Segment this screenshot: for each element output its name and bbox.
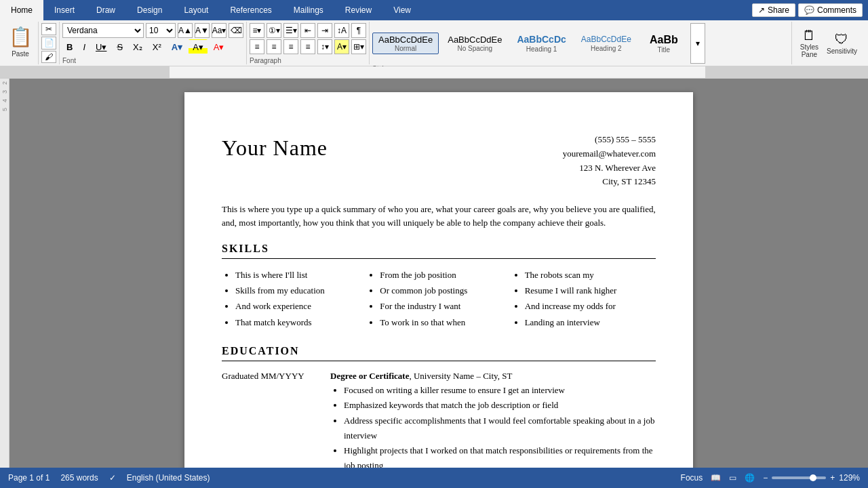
web-layout-icon[interactable]: 🌐 [745,473,755,483]
tab-design[interactable]: Design [126,0,173,20]
paragraph-group-label: Paragraph [250,56,366,64]
skills-col-2: From the job position Or common job post… [366,267,511,331]
align-right-button[interactable]: ≡ [283,39,298,54]
comments-button[interactable]: 💬 Comments [798,3,863,17]
skills-col-1: This is where I'll list Skills from my e… [222,267,366,331]
resume-header: Your Name (555) 555 – 5555 youremail@wha… [222,133,656,189]
paste-icon: 📋 [8,23,33,50]
show-formatting-button[interactable]: ¶ [351,23,366,38]
decrease-font-button[interactable]: A▼ [195,23,210,38]
font-size-select[interactable]: 10 11 12 14 16 [146,23,176,38]
tab-layout[interactable]: Layout [173,0,219,20]
tab-home[interactable]: Home [0,0,43,20]
style-normal-label: Normal [395,45,416,52]
tab-draw[interactable]: Draw [85,0,126,20]
numbering-button[interactable]: ①▾ [267,23,281,38]
ribbon-toolbar: 📋 Paste ✂ 📄 🖌 Verdana Arial Times New Ro… [0,20,868,66]
bullets-button[interactable]: ≡▾ [250,23,264,38]
font-name-select[interactable]: Verdana Arial Times New Roman Calibri [62,23,144,38]
underline-button[interactable]: U▾ [92,39,111,54]
change-case-button[interactable]: Aa▾ [212,23,226,38]
comments-icon: 💬 [804,5,814,15]
ruler [0,66,868,79]
format-painter-button[interactable]: 🖌 [41,51,56,63]
style-no-spacing[interactable]: AaBbCcDdEe No Spacing [441,33,508,55]
sensitivity-icon: 🛡 [835,32,848,47]
bold-button[interactable]: B [62,39,77,54]
language[interactable]: English (United States) [127,473,210,483]
page-info: Page 1 of 1 [8,473,50,483]
share-button[interactable]: ↗ Share [752,3,795,17]
education-right: Degree or Certificate, University Name –… [330,369,656,468]
tab-bar: Home Insert Draw Design Layout Reference… [0,0,868,20]
resume-summary[interactable]: This is where you type up a quick summar… [222,203,656,229]
skill-item: Resume I will rank higher [525,283,656,298]
align-left-button[interactable]: ≡ [250,39,264,54]
tab-insert[interactable]: Insert [43,0,85,20]
justify-button[interactable]: ≡ [300,39,315,54]
highlight-button[interactable]: A▾ [189,39,208,54]
styles-pane-button[interactable]: 🗒 StylesPane [797,26,821,60]
increase-font-button[interactable]: A▲ [178,23,193,38]
align-center-button[interactable]: ≡ [267,39,281,54]
focus-button[interactable]: Focus [681,473,703,483]
skill-item: For the industry I want [380,298,511,314]
style-heading2[interactable]: AaBbCcDdEe Heading 2 [575,33,637,54]
edu-bullet: Focused on writing a killer resume to en… [344,383,656,398]
skills-section-title: SKILLS [222,241,656,258]
resume-name[interactable]: Your Name [222,133,328,163]
style-normal[interactable]: AaBbCcDdEe Normal [372,33,439,55]
multilevel-button[interactable]: ☰▾ [283,23,298,38]
style-no-spacing-label: No Spacing [457,45,492,52]
school-name: , University Name – City, ST [409,371,512,381]
zoom-out-button[interactable]: − [763,473,768,483]
line-spacing-button[interactable]: ↕▾ [317,39,332,54]
tab-mailings[interactable]: Mailings [283,0,334,20]
skill-item: Or common job postings [380,283,511,298]
paragraph-group: ≡▾ ①▾ ☰▾ ⇤ ⇥ ↕A ¶ ≡ ≡ ≡ ≡ ↕▾ A▾ ⊞▾ Parag… [247,22,370,64]
zoom-level[interactable]: 129% [839,473,860,483]
cut-button[interactable]: ✂ [41,23,56,35]
skill-item: To work in so that when [380,314,511,330]
paste-group[interactable]: 📋 Paste [3,22,39,64]
proofing-icon[interactable]: ✓ [109,473,116,483]
borders-button[interactable]: ⊞▾ [351,39,366,54]
skill-item: Skills from my education [235,283,366,298]
edu-bullet: Address specific accomplishments that I … [344,413,656,443]
tab-review[interactable]: Review [334,0,382,20]
sort-button[interactable]: ↕A [334,23,349,38]
style-title[interactable]: AaBb Title [640,31,688,56]
right-button-group: 🗒 StylesPane 🛡 Sensitivity [792,22,865,64]
subscript-button[interactable]: X₂ [129,39,146,54]
decrease-indent-button[interactable]: ⇤ [300,23,315,38]
font-color-button[interactable]: A▾ [210,39,229,54]
graduation-date: Graduated MM/YYYY [222,369,317,384]
styles-group: AaBbCcDdEe Normal AaBbCcDdEe No Spacing … [370,22,792,64]
style-normal-preview: AaBbCcDdEe [378,35,433,45]
italic-button[interactable]: I [79,39,90,54]
sensitivity-button[interactable]: 🛡 Sensitivity [824,30,860,56]
left-margin: 2 3 4 5 [0,79,9,468]
zoom-slider[interactable] [772,476,826,479]
superscript-button[interactable]: X² [149,39,165,54]
strikethrough-button[interactable]: S [113,39,127,54]
education-left: Graduated MM/YYYY [222,369,317,468]
tab-references[interactable]: References [219,0,282,20]
zoom-in-button[interactable]: + [830,473,835,483]
styles-more-button[interactable]: ▾ [690,23,705,64]
tab-view[interactable]: View [382,0,422,20]
main-area: 2 3 4 5 Your Name (555) 555 – 5555 youre… [0,79,868,468]
sensitivity-label: Sensitivity [827,47,857,55]
text-effects-button[interactable]: A▾ [167,39,186,54]
clear-formatting-button[interactable]: ⌫ [229,23,243,38]
contact-phone: (555) 555 – 5555 [563,133,656,147]
print-layout-icon[interactable]: ▭ [729,473,736,483]
styles-pane-icon: 🗒 [802,28,816,43]
increase-indent-button[interactable]: ⇥ [317,23,332,38]
shading-button[interactable]: A▾ [334,39,349,54]
copy-button[interactable]: 📄 [41,37,56,49]
document-area[interactable]: Your Name (555) 555 – 5555 youremail@wha… [9,79,868,468]
read-mode-icon[interactable]: 📖 [711,473,721,483]
document-page[interactable]: Your Name (555) 555 – 5555 youremail@wha… [184,92,693,468]
style-heading1[interactable]: AaBbCcDc Heading 1 [511,32,572,55]
